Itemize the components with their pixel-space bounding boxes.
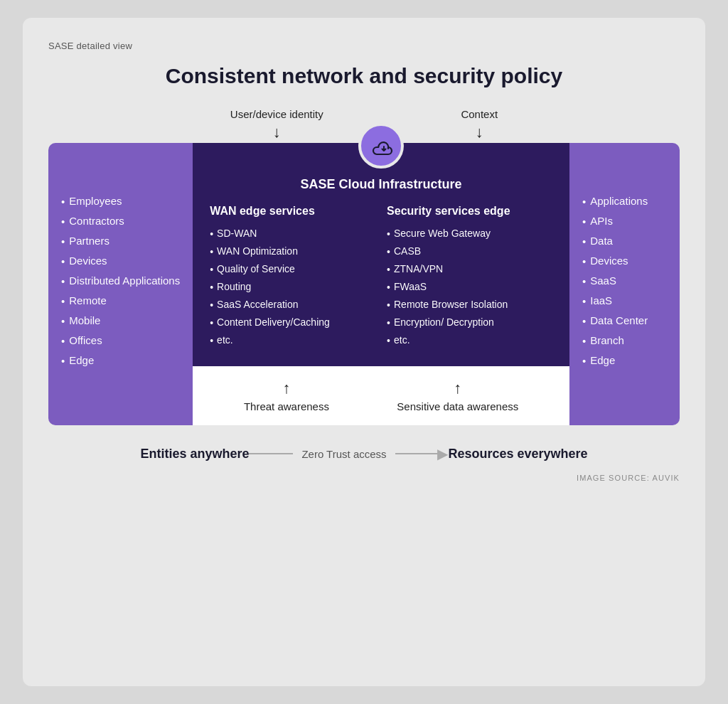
label-top-left: SASE detailed view <box>48 41 680 51</box>
wan-heading: WAN edge services <box>210 205 375 218</box>
zero-trust-arrow: Zero Trust access ▶ <box>249 445 448 462</box>
list-item: Devices <box>582 255 667 267</box>
security-heading: Security services edge <box>387 205 552 218</box>
list-item: Employees <box>61 195 180 208</box>
cloud-svg-icon <box>368 133 394 159</box>
sensitive-label: Sensitive data awareness <box>397 400 518 412</box>
list-item: Edge <box>582 354 667 367</box>
list-item: SaaS <box>582 274 667 287</box>
security-items-list: Secure Web Gateway CASB ZTNA/VPN FWaaS R… <box>387 228 552 346</box>
center-bottom: ↑ Threat awareness ↑ Sensitive data awar… <box>193 366 569 425</box>
list-item: CASB <box>387 245 552 257</box>
list-item: Remote <box>61 294 180 307</box>
list-item: Encryption/ Decryption <box>387 316 552 329</box>
right-panel: Applications APIs Data Devices SaaS IaaS… <box>569 143 680 425</box>
wan-items-list: SD-WAN WAN Optimization Quality of Servi… <box>210 228 375 346</box>
list-item: WAN Optimization <box>210 245 375 257</box>
cloud-circle <box>358 123 404 169</box>
content-area: Employees Contractors Partners Devices D… <box>48 143 680 425</box>
list-item: APIs <box>582 215 667 228</box>
list-item: Routing <box>210 281 375 293</box>
entities-anywhere-label: Entities anywhere <box>140 447 249 462</box>
left-panel: Employees Contractors Partners Devices D… <box>48 143 193 425</box>
right-items-list: Applications APIs Data Devices SaaS IaaS… <box>582 195 667 374</box>
list-item: Data Center <box>582 314 667 327</box>
threat-awareness-block: ↑ Threat awareness <box>244 379 329 412</box>
list-item: SD-WAN <box>210 228 375 240</box>
arrow-up-2: ↑ <box>454 379 461 398</box>
services-row: WAN edge services SD-WAN WAN Optimizatio… <box>210 205 552 352</box>
user-device-label: User/device identity <box>230 108 323 120</box>
list-item: Secure Web Gateway <box>387 228 552 240</box>
image-source: IMAGE SOURCE: AUVIK <box>48 474 680 482</box>
arrow-up-1: ↑ <box>282 379 290 398</box>
list-item: Remote Browser Isolation <box>387 299 552 311</box>
sase-title: SASE Cloud Infrastructure <box>210 177 552 192</box>
list-item: Content Delivery/Caching <box>210 316 375 329</box>
list-item: Contractors <box>61 215 180 228</box>
list-item: Edge <box>61 354 180 367</box>
main-title: Consistent network and security policy <box>48 64 680 88</box>
list-item: Data <box>582 235 667 247</box>
outer-card: SASE detailed view Consistent network an… <box>23 18 705 686</box>
wan-services-col: WAN edge services SD-WAN WAN Optimizatio… <box>210 205 387 352</box>
list-item: Distributed Applications <box>61 274 180 287</box>
list-item: etc. <box>210 334 375 346</box>
security-services-col: Security services edge Secure Web Gatewa… <box>387 205 552 352</box>
list-item: ZTNA/VPN <box>387 263 552 275</box>
list-item: FWaaS <box>387 281 552 293</box>
arrow-right-icon: ▶ <box>437 445 448 462</box>
resources-everywhere-label: Resources everywhere <box>448 447 587 462</box>
center-panel: SASE Cloud Infrastructure WAN edge servi… <box>193 143 569 425</box>
list-item: Offices <box>61 334 180 347</box>
cloud-icon-wrapper <box>193 123 569 169</box>
arrow-line-body-2 <box>395 453 439 454</box>
sensitive-awareness-block: ↑ Sensitive data awareness <box>397 379 518 412</box>
zero-trust-label: Zero Trust access <box>301 448 386 460</box>
bottom-row: Entities anywhere Zero Trust access ▶ Re… <box>48 445 680 462</box>
threat-label: Threat awareness <box>244 400 329 412</box>
left-items-list: Employees Contractors Partners Devices D… <box>61 195 180 374</box>
list-item: etc. <box>387 334 552 346</box>
center-top: SASE Cloud Infrastructure WAN edge servi… <box>193 169 569 366</box>
list-item: Applications <box>582 195 667 208</box>
list-item: Branch <box>582 334 667 347</box>
list-item: Partners <box>61 235 180 247</box>
context-label: Context <box>461 108 498 120</box>
arrow-line-body <box>249 453 293 454</box>
list-item: IaaS <box>582 294 667 307</box>
list-item: Quality of Service <box>210 263 375 275</box>
list-item: Mobile <box>61 314 180 327</box>
list-item: Devices <box>61 255 180 267</box>
list-item: SaaS Acceleration <box>210 299 375 311</box>
